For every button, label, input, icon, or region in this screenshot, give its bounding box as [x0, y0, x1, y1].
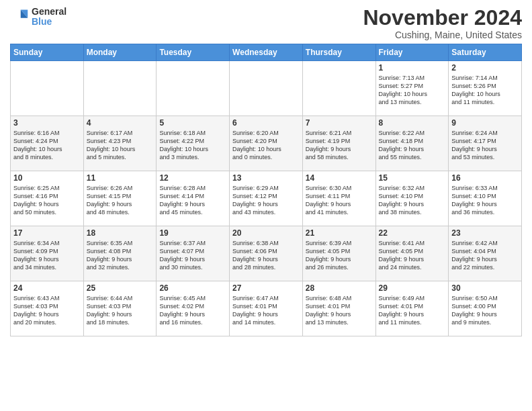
- day-number: 15: [379, 173, 446, 183]
- calendar-cell: 10Sunrise: 6:25 AM Sunset: 4:16 PM Dayli…: [11, 171, 84, 226]
- day-number: 28: [306, 283, 373, 293]
- day-info: Sunrise: 6:20 AM Sunset: 4:20 PM Dayligh…: [232, 129, 300, 162]
- day-number: 11: [87, 173, 154, 183]
- day-number: 30: [451, 283, 519, 293]
- calendar-cell: 25Sunrise: 6:44 AM Sunset: 4:03 PM Dayli…: [83, 281, 157, 336]
- calendar-cell: [230, 61, 303, 116]
- logo-text: General Blue: [32, 7, 66, 28]
- day-number: 10: [13, 173, 81, 183]
- header-monday: Monday: [83, 44, 157, 61]
- calendar-cell: 11Sunrise: 6:26 AM Sunset: 4:15 PM Dayli…: [83, 171, 157, 226]
- calendar-cell: 12Sunrise: 6:28 AM Sunset: 4:14 PM Dayli…: [157, 171, 230, 226]
- day-number: 21: [306, 228, 373, 238]
- calendar-cell: 15Sunrise: 6:32 AM Sunset: 4:10 PM Dayli…: [375, 171, 449, 226]
- day-info: Sunrise: 6:29 AM Sunset: 4:12 PM Dayligh…: [232, 184, 300, 217]
- calendar-week-4: 24Sunrise: 6:43 AM Sunset: 4:03 PM Dayli…: [11, 281, 522, 336]
- header-tuesday: Tuesday: [157, 44, 230, 61]
- month-title: November 2024: [363, 7, 522, 28]
- day-number: 14: [306, 173, 373, 183]
- calendar-cell: 30Sunrise: 6:50 AM Sunset: 4:00 PM Dayli…: [449, 281, 522, 336]
- calendar-cell: 23Sunrise: 6:42 AM Sunset: 4:04 PM Dayli…: [449, 226, 522, 281]
- day-info: Sunrise: 6:50 AM Sunset: 4:00 PM Dayligh…: [451, 294, 519, 327]
- day-info: Sunrise: 6:32 AM Sunset: 4:10 PM Dayligh…: [379, 184, 446, 217]
- calendar-cell: 28Sunrise: 6:48 AM Sunset: 4:01 PM Dayli…: [302, 281, 375, 336]
- day-info: Sunrise: 6:18 AM Sunset: 4:22 PM Dayligh…: [159, 129, 226, 162]
- calendar-cell: 19Sunrise: 6:37 AM Sunset: 4:07 PM Dayli…: [157, 226, 230, 281]
- location-title: Cushing, Maine, United States: [363, 30, 522, 40]
- day-number: 26: [159, 283, 226, 293]
- day-number: 22: [379, 228, 446, 238]
- day-info: Sunrise: 6:44 AM Sunset: 4:03 PM Dayligh…: [87, 294, 154, 327]
- header-saturday: Saturday: [449, 44, 522, 61]
- calendar-cell: 2Sunrise: 7:14 AM Sunset: 5:26 PM Daylig…: [449, 61, 522, 116]
- day-info: Sunrise: 6:41 AM Sunset: 4:05 PM Dayligh…: [379, 239, 446, 272]
- day-info: Sunrise: 6:42 AM Sunset: 4:04 PM Dayligh…: [451, 239, 519, 272]
- day-number: 4: [87, 118, 154, 128]
- day-number: 2: [451, 63, 519, 73]
- day-info: Sunrise: 6:35 AM Sunset: 4:08 PM Dayligh…: [87, 239, 154, 272]
- day-info: Sunrise: 6:33 AM Sunset: 4:10 PM Dayligh…: [451, 184, 519, 217]
- calendar-cell: 1Sunrise: 7:13 AM Sunset: 5:27 PM Daylig…: [375, 61, 449, 116]
- day-info: Sunrise: 6:28 AM Sunset: 4:14 PM Dayligh…: [159, 184, 226, 217]
- day-info: Sunrise: 6:43 AM Sunset: 4:03 PM Dayligh…: [13, 294, 81, 327]
- calendar-cell: [83, 61, 157, 116]
- day-number: 24: [13, 283, 81, 293]
- calendar-cell: 17Sunrise: 6:34 AM Sunset: 4:09 PM Dayli…: [11, 226, 84, 281]
- main-container: General Blue November 2024 Cushing, Main…: [0, 0, 532, 340]
- calendar-cell: [302, 61, 375, 116]
- calendar-cell: 3Sunrise: 6:16 AM Sunset: 4:24 PM Daylig…: [11, 116, 84, 171]
- calendar-cell: [11, 61, 84, 116]
- calendar-cell: 27Sunrise: 6:47 AM Sunset: 4:01 PM Dayli…: [230, 281, 303, 336]
- day-number: 6: [232, 118, 300, 128]
- calendar-cell: 16Sunrise: 6:33 AM Sunset: 4:10 PM Dayli…: [449, 171, 522, 226]
- title-block: November 2024 Cushing, Maine, United Sta…: [363, 7, 522, 40]
- logo-general: General: [32, 7, 66, 17]
- calendar-table: Sunday Monday Tuesday Wednesday Thursday…: [10, 44, 522, 336]
- calendar-header-row: Sunday Monday Tuesday Wednesday Thursday…: [11, 44, 522, 61]
- day-number: 18: [87, 228, 154, 238]
- header-thursday: Thursday: [302, 44, 375, 61]
- calendar-cell: 4Sunrise: 6:17 AM Sunset: 4:23 PM Daylig…: [83, 116, 157, 171]
- day-info: Sunrise: 6:45 AM Sunset: 4:02 PM Dayligh…: [159, 294, 226, 327]
- day-number: 3: [13, 118, 81, 128]
- calendar-cell: 29Sunrise: 6:49 AM Sunset: 4:01 PM Dayli…: [375, 281, 449, 336]
- header: General Blue November 2024 Cushing, Main…: [10, 7, 522, 40]
- day-number: 23: [451, 228, 519, 238]
- header-sunday: Sunday: [11, 44, 84, 61]
- day-info: Sunrise: 6:30 AM Sunset: 4:11 PM Dayligh…: [306, 184, 373, 217]
- day-info: Sunrise: 6:22 AM Sunset: 4:18 PM Dayligh…: [379, 129, 446, 162]
- day-info: Sunrise: 6:47 AM Sunset: 4:01 PM Dayligh…: [232, 294, 300, 327]
- calendar-week-3: 17Sunrise: 6:34 AM Sunset: 4:09 PM Dayli…: [11, 226, 522, 281]
- logo-blue: Blue: [32, 17, 66, 27]
- calendar-cell: 5Sunrise: 6:18 AM Sunset: 4:22 PM Daylig…: [157, 116, 230, 171]
- header-friday: Friday: [375, 44, 449, 61]
- calendar-cell: 8Sunrise: 6:22 AM Sunset: 4:18 PM Daylig…: [375, 116, 449, 171]
- calendar-cell: 26Sunrise: 6:45 AM Sunset: 4:02 PM Dayli…: [157, 281, 230, 336]
- day-info: Sunrise: 7:14 AM Sunset: 5:26 PM Dayligh…: [451, 74, 519, 107]
- day-info: Sunrise: 6:49 AM Sunset: 4:01 PM Dayligh…: [379, 294, 446, 327]
- calendar-week-0: 1Sunrise: 7:13 AM Sunset: 5:27 PM Daylig…: [11, 61, 522, 116]
- day-info: Sunrise: 7:13 AM Sunset: 5:27 PM Dayligh…: [379, 74, 446, 107]
- day-info: Sunrise: 6:17 AM Sunset: 4:23 PM Dayligh…: [87, 129, 154, 162]
- day-info: Sunrise: 6:25 AM Sunset: 4:16 PM Dayligh…: [13, 184, 81, 217]
- calendar-cell: 14Sunrise: 6:30 AM Sunset: 4:11 PM Dayli…: [302, 171, 375, 226]
- calendar-cell: 6Sunrise: 6:20 AM Sunset: 4:20 PM Daylig…: [230, 116, 303, 171]
- calendar-cell: 7Sunrise: 6:21 AM Sunset: 4:19 PM Daylig…: [302, 116, 375, 171]
- calendar-cell: 18Sunrise: 6:35 AM Sunset: 4:08 PM Dayli…: [83, 226, 157, 281]
- calendar-cell: 24Sunrise: 6:43 AM Sunset: 4:03 PM Dayli…: [11, 281, 84, 336]
- day-number: 20: [232, 228, 300, 238]
- calendar-cell: 13Sunrise: 6:29 AM Sunset: 4:12 PM Dayli…: [230, 171, 303, 226]
- day-info: Sunrise: 6:34 AM Sunset: 4:09 PM Dayligh…: [13, 239, 81, 272]
- day-number: 12: [159, 173, 226, 183]
- day-number: 17: [13, 228, 81, 238]
- day-info: Sunrise: 6:16 AM Sunset: 4:24 PM Dayligh…: [13, 129, 81, 162]
- calendar-week-2: 10Sunrise: 6:25 AM Sunset: 4:16 PM Dayli…: [11, 171, 522, 226]
- logo: General Blue: [10, 7, 66, 28]
- day-number: 19: [159, 228, 226, 238]
- day-number: 13: [232, 173, 300, 183]
- day-number: 27: [232, 283, 300, 293]
- calendar-cell: 22Sunrise: 6:41 AM Sunset: 4:05 PM Dayli…: [375, 226, 449, 281]
- calendar-week-1: 3Sunrise: 6:16 AM Sunset: 4:24 PM Daylig…: [11, 116, 522, 171]
- day-number: 8: [379, 118, 446, 128]
- calendar-cell: [157, 61, 230, 116]
